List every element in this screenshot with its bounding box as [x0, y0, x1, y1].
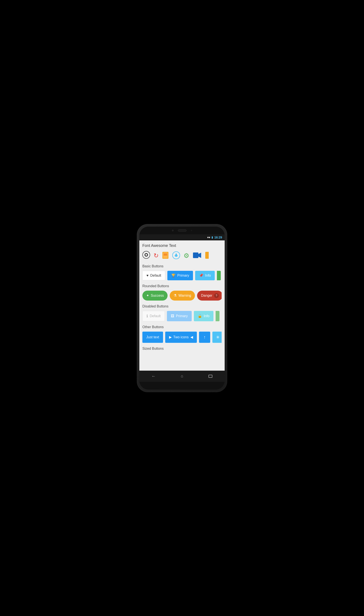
- upload-icon: [172, 251, 180, 260]
- status-time: 16:29: [214, 236, 222, 239]
- recents-icon: [208, 375, 212, 378]
- disabled-buttons-label: Disabled Buttons: [142, 304, 222, 308]
- phone-hardware-bottom: [139, 382, 225, 390]
- warning-button[interactable]: ⚗ Warning: [170, 291, 195, 301]
- basic-buttons-label: Basic Buttons: [142, 264, 222, 268]
- svg-marker-12: [198, 253, 201, 258]
- front-camera: [172, 230, 174, 231]
- sun-icon-button[interactable]: ✳: [212, 332, 222, 343]
- right-arrow-icon: ◀: [190, 335, 193, 339]
- refresh-icon: ↻: [154, 252, 158, 259]
- danger-button-label: Danger: [201, 294, 212, 298]
- github-icon: [142, 251, 150, 260]
- two-icons-label: Two icons: [173, 335, 189, 339]
- primary-button-label: Primary: [177, 274, 189, 277]
- phone-hardware-top: [139, 227, 225, 234]
- icon-row: ↻ ⚙: [142, 251, 222, 260]
- default-button-label: Default: [150, 274, 161, 277]
- back-button[interactable]: ←: [149, 372, 158, 381]
- sensor: [191, 230, 192, 231]
- video-icon: [193, 251, 201, 260]
- info-circle-icon: ℹ: [146, 314, 148, 318]
- disabled-info-button[interactable]: 🔓 Info: [194, 311, 213, 321]
- wifi-icon: ▾▾: [207, 236, 210, 239]
- left-arrow-icon: ▶: [169, 335, 172, 339]
- rounded-buttons-label: Rounded Buttons: [142, 284, 222, 288]
- warning-button-label: Warning: [178, 294, 191, 298]
- home-button[interactable]: ⌂: [178, 372, 186, 381]
- two-icons-button[interactable]: ▶ Two icons ◀: [165, 332, 197, 343]
- phone-device: ▾▾ ▮ 16:29 Font Awesome Text ↻: [137, 224, 227, 392]
- page-title: Font Awesome Text: [142, 243, 222, 248]
- person-icon-button[interactable]: ↑: [199, 332, 210, 343]
- status-bar: ▾▾ ▮ 16:29: [139, 234, 225, 240]
- basic-buttons-row: ♥ Default 🏆 Primary 📌 Info: [142, 271, 222, 280]
- disabled-info-label: Info: [204, 314, 209, 318]
- danger-button[interactable]: Danger ?: [197, 291, 222, 301]
- battery-icon: ▮: [211, 236, 213, 239]
- svg-rect-13: [205, 252, 209, 259]
- default-button[interactable]: ♥ Default: [142, 271, 165, 280]
- success-button-label: Success: [151, 294, 164, 298]
- partial-book-icon: [205, 251, 209, 260]
- trophy-icon: 🏆: [171, 274, 176, 277]
- success-button[interactable]: ✦ Success: [142, 291, 168, 301]
- bottom-nav: ← ⌂: [139, 371, 225, 382]
- svg-point-3: [147, 254, 148, 254]
- svg-rect-11: [193, 252, 198, 258]
- just-text-label: Just text: [146, 335, 159, 339]
- person-icon: ↑: [204, 335, 206, 340]
- pin-icon: 📌: [199, 274, 203, 277]
- screen-content: Font Awesome Text ↻ ⚙: [139, 240, 225, 371]
- flask-icon: ⚗: [174, 293, 177, 298]
- other-buttons-row: Just text ▶ Two icons ◀ ↑ ✳: [142, 332, 222, 343]
- primary-button[interactable]: 🏆 Primary: [167, 271, 193, 280]
- disabled-primary-button[interactable]: 🖼 Primary: [167, 311, 192, 321]
- sized-buttons-label: Sized Buttons: [142, 347, 222, 351]
- other-buttons-label: Other Buttons: [142, 325, 222, 329]
- speaker: [178, 229, 186, 232]
- question-icon: ?: [214, 293, 219, 298]
- partial-green-button: [217, 271, 221, 280]
- heart-icon: ♥: [146, 274, 149, 277]
- disabled-primary-label: Primary: [176, 314, 188, 318]
- lock-open-icon: 🔓: [198, 314, 202, 318]
- home-icon: ⌂: [181, 374, 183, 378]
- disabled-buttons-row: ℹ Default 🖼 Primary 🔓 Info: [142, 311, 222, 321]
- disabled-default-label: Default: [150, 314, 161, 318]
- image-icon: 🖼: [171, 314, 174, 318]
- recents-button[interactable]: [206, 372, 215, 381]
- partial-green-disabled: [216, 311, 220, 321]
- android-icon: ✦: [146, 293, 149, 298]
- just-text-button[interactable]: Just text: [142, 332, 163, 343]
- info-button-label: Info: [205, 274, 211, 277]
- sun-icon: ✳: [216, 335, 220, 340]
- rounded-buttons-row: ✦ Success ⚗ Warning Danger ?: [142, 291, 222, 301]
- back-icon: ←: [151, 374, 156, 379]
- svg-marker-9: [174, 253, 178, 256]
- book-icon: [162, 251, 169, 260]
- disabled-default-button[interactable]: ℹ Default: [142, 311, 165, 321]
- svg-rect-10: [175, 256, 177, 257]
- info-button[interactable]: 📌 Info: [195, 271, 215, 280]
- gear-icon: ⚙: [183, 252, 189, 259]
